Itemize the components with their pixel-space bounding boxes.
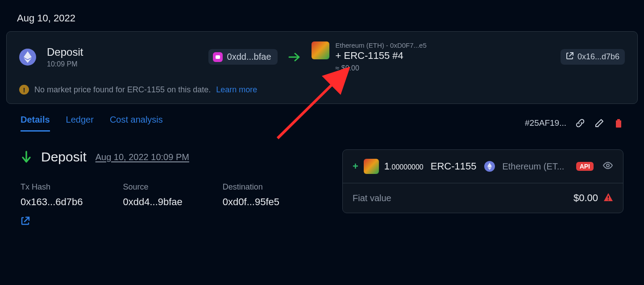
transaction-card[interactable]: Deposit 10:09 PM 0xdd...bfae Ethereum (E… (6, 31, 638, 104)
source-address-pill[interactable]: 0xdd...bfae (208, 49, 278, 65)
txhash-col: Tx Hash 0x163...6d7b6 (21, 182, 83, 227)
transaction-title-block: Deposit 10:09 PM (47, 46, 83, 68)
txhash-label: Tx Hash (21, 182, 83, 192)
date-header: Aug 10, 2022 (17, 12, 638, 24)
nft-thumbnail (312, 41, 329, 59)
source-col: Source 0xdd4...9bfae (123, 182, 182, 227)
amount-decimal: .00000000 (390, 163, 424, 171)
arrow-right-icon (288, 52, 301, 62)
nft-thumbnail-small (364, 159, 379, 174)
warning-text: No market price found for ERC-1155 on th… (34, 85, 211, 95)
amount-integer: 1 (384, 161, 390, 172)
eye-icon[interactable] (602, 161, 613, 171)
edit-icon[interactable] (594, 118, 605, 128)
txhash-value: 0x163...6d7b6 (21, 196, 83, 208)
fiat-value: $0.00 (573, 192, 598, 204)
warning-icon: ! (19, 85, 29, 95)
asset-main-line: + ERC-1155 #4 (336, 50, 427, 62)
tab-cost-analysis[interactable]: Cost analysis (110, 115, 163, 132)
external-txhash-short: 0x16...d7b6 (578, 52, 619, 62)
plus-icon: + (353, 161, 358, 172)
arrow-down-icon (21, 150, 32, 164)
tx-id-label: #25AF19... (525, 118, 566, 128)
alert-icon (603, 193, 613, 204)
svg-rect-3 (608, 199, 609, 200)
deposit-heading: Deposit Aug 10, 2022 10:09 PM (21, 149, 321, 165)
api-badge: API (576, 162, 594, 171)
asset-block: Ethereum (ETH) - 0xD0F7...e5 + ERC-1155 … (312, 41, 427, 72)
network-name: Ethereum (ET... (502, 161, 564, 172)
copy-link-icon[interactable] (575, 118, 585, 128)
external-link-icon (566, 52, 574, 62)
destination-value: 0xd0f...95fe5 (223, 196, 279, 208)
tab-details[interactable]: Details (21, 115, 50, 132)
ethereum-icon (19, 49, 36, 66)
destination-col: Destination 0xd0f...95fe5 (223, 182, 279, 227)
svg-rect-0 (216, 55, 220, 59)
learn-more-link[interactable]: Learn more (216, 85, 257, 95)
source-value: 0xdd4...9bfae (123, 196, 182, 208)
asset-network-line: Ethereum (ETH) - 0xD0F7...e5 (336, 41, 427, 49)
svg-rect-2 (608, 196, 609, 198)
tabs: Details Ledger Cost analysis (21, 115, 163, 132)
details-panel: Details Ledger Cost analysis #25AF19... (6, 104, 638, 245)
destination-label: Destination (223, 182, 279, 192)
ethereum-mini-icon (484, 161, 495, 172)
tab-ledger[interactable]: Ledger (66, 115, 94, 132)
source-label: Source (123, 182, 182, 192)
asset-approx-value: ≈ $0.00 (336, 64, 427, 72)
external-txhash-pill[interactable]: 0x16...d7b6 (561, 49, 625, 65)
svg-point-1 (607, 164, 609, 167)
transaction-time: 10:09 PM (47, 60, 83, 68)
asset-detail-box: + 1.00000000 ERC-1155 Ethereum (ET... AP… (342, 149, 623, 213)
txhash-external-link-icon[interactable] (21, 216, 83, 227)
deposit-timestamp[interactable]: Aug 10, 2022 10:09 PM (96, 152, 189, 162)
asset-symbol: ERC-1155 (431, 161, 477, 172)
deposit-title: Deposit (41, 149, 87, 165)
source-address: 0xdd...bfae (227, 52, 271, 62)
toolbar-actions: #25AF19... (525, 118, 623, 128)
delete-icon[interactable] (614, 118, 623, 128)
fiat-value-label: Fiat value (353, 193, 391, 203)
transaction-type: Deposit (47, 46, 83, 58)
wallet-icon (213, 52, 223, 62)
warning-row: ! No market price found for ERC-1155 on … (19, 85, 625, 95)
